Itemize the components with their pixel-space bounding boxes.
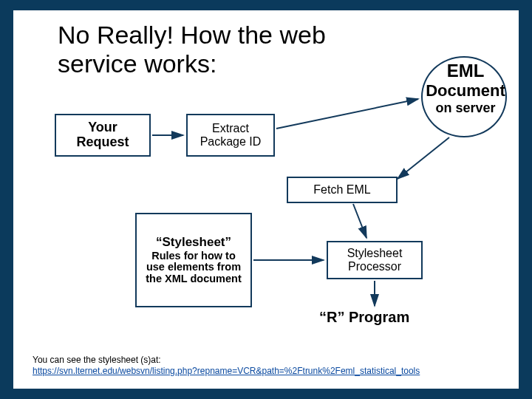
- slide: No Really! How the web service works: EM…: [13, 10, 519, 389]
- extract-l2: Package ID: [200, 135, 262, 149]
- eml-line1: EML: [410, 61, 521, 81]
- extract-l1: Extract: [212, 122, 249, 135]
- your-request-l2: Request: [76, 135, 129, 150]
- eml-line2: Document: [410, 81, 521, 100]
- your-request-box: Your Request: [55, 114, 151, 157]
- your-request-l1: Your: [88, 120, 117, 135]
- footnote-link[interactable]: https://svn.lternet.edu/websvn/listing.p…: [33, 366, 420, 376]
- stylesheet-heading: “Stylesheet”: [156, 236, 231, 249]
- stylesheet-processor-box: Stylesheet Processor: [327, 241, 423, 279]
- stylesheet-box: “Stylesheet” Rules for how to use elemen…: [135, 213, 252, 307]
- styleproc-l1: Stylesheet: [347, 247, 403, 260]
- eml-line3: on server: [410, 100, 521, 116]
- styleproc-l2: Processor: [348, 260, 401, 273]
- slide-title: No Really! How the web service works:: [58, 21, 398, 78]
- svg-line-2: [398, 137, 449, 179]
- fetch-eml-label: Fetch EML: [313, 183, 370, 197]
- extract-package-id-box: Extract Package ID: [186, 114, 275, 157]
- svg-line-1: [276, 99, 418, 129]
- svg-line-3: [353, 204, 366, 238]
- footnote: You can see the stylesheet (s)at: https:…: [33, 355, 505, 377]
- eml-document-label: EML Document on server: [410, 61, 521, 116]
- fetch-eml-box: Fetch EML: [287, 177, 398, 203]
- footnote-intro: You can see the stylesheet (s)at:: [33, 355, 161, 365]
- r-program-label: “R” Program: [319, 309, 409, 326]
- stylesheet-body: Rules for how to use elements from the X…: [141, 250, 246, 284]
